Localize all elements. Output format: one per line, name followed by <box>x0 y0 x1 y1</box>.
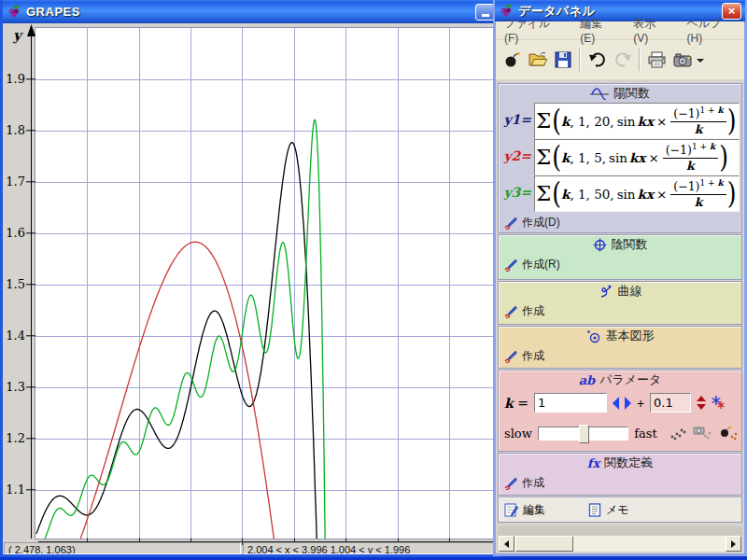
reset-animation-icon[interactable] <box>719 424 738 442</box>
create-explicit-button[interactable]: 作成(D) <box>499 212 741 233</box>
fn-arg: kx <box>638 187 654 202</box>
implicit-section-header: 陰関数 <box>499 235 741 254</box>
y-axis-label: y <box>12 27 24 44</box>
menu-edit[interactable]: 編集(E) <box>571 14 625 47</box>
animate-paws-icon[interactable] <box>669 424 687 442</box>
basic-section-title: 基本図形 <box>606 328 655 344</box>
random-asterisk-icon[interactable] <box>712 396 726 410</box>
decrease-arrow-button[interactable] <box>613 397 619 410</box>
print-icon[interactable] <box>644 48 669 73</box>
minimize-button[interactable] <box>475 4 495 21</box>
pen-icon <box>504 259 517 272</box>
capture-dropdown-arrow[interactable] <box>697 59 704 66</box>
explicit-section-header: 陽関数 <box>499 84 741 103</box>
spin-down-icon[interactable] <box>697 404 706 410</box>
menu-view[interactable]: 表示(V) <box>625 14 678 47</box>
sigma: Σ <box>536 183 551 204</box>
parameter-section: ab パラメータ k = + slow fast <box>498 370 742 452</box>
minimize-icon <box>482 14 489 17</box>
create-curve-button[interactable]: 作成 <box>499 301 741 322</box>
implicit-function-section: 陰関数 作成(R) <box>498 234 742 280</box>
y2-label: y2= <box>499 139 534 175</box>
speed-slider-thumb[interactable] <box>579 425 589 443</box>
parameter-step-input[interactable] <box>650 393 691 413</box>
fn-sin: sin <box>617 114 636 129</box>
memo-document-icon <box>588 503 601 517</box>
fx-icon: fx <box>587 456 599 470</box>
speed-slider[interactable] <box>538 427 629 441</box>
y-tick-label: 1.6 <box>6 226 25 240</box>
fn-arg: kx <box>638 114 654 129</box>
y-tick-label: 1.2 <box>6 431 25 445</box>
explicit-function-section: 陽関数 y1= Σ(k, 1, 20,sinkx×(−1)1 + kk) y2=… <box>498 83 742 233</box>
redo-icon[interactable] <box>610 48 635 73</box>
fraction: (−1)1 + kk <box>663 143 718 171</box>
sum-var: k <box>561 150 570 165</box>
toolbar-separator <box>639 49 641 71</box>
step-spinner[interactable] <box>697 396 706 410</box>
function-row-y2: y2= Σ(k, 1, 5,sinkx×(−1)1 + kk) <box>499 139 741 175</box>
sum-var: k <box>561 187 570 202</box>
capture-camera-icon[interactable] <box>669 48 695 73</box>
curve-section-header: 曲線 <box>499 282 741 301</box>
undo-icon[interactable] <box>585 48 610 73</box>
funcdef-section-header: fx 関数定義 <box>499 454 741 472</box>
y-tick-label: 1.1 <box>6 483 25 497</box>
memo-label: メモ <box>606 502 629 518</box>
horizontal-scrollbar[interactable] <box>499 536 741 552</box>
curve-section-title: 曲線 <box>618 283 642 300</box>
basic-figure-section: 基本図形 作成 <box>498 326 742 369</box>
record-animation-icon[interactable] <box>693 424 713 442</box>
sum-args: , 1, 20, <box>570 114 613 129</box>
y2-formula-box[interactable]: Σ(k, 1, 5,sinkx×(−1)1 + kk) <box>534 139 740 175</box>
parameter-name-label: k = <box>504 396 529 411</box>
function-row-y1: y1= Σ(k, 1, 20,sinkx×(−1)1 + kk) <box>499 103 741 139</box>
pen-icon <box>504 305 517 318</box>
parameter-speed-row: slow fast <box>504 424 738 442</box>
graph-canvas[interactable]: y1.91.81.71.61.51.41.31.21.1 <box>3 23 504 545</box>
parameter-value-input[interactable] <box>534 393 607 413</box>
lparen: ( <box>552 106 561 135</box>
grapes-window: GRAPES y1.91.81.71.61.51.41.31.21.1 ( 2.… <box>0 0 501 557</box>
y-tick-label: 1.4 <box>6 329 25 343</box>
y3-formula-box[interactable]: Σ(k, 1, 50,sinkx×(−1)1 + kk) <box>534 175 740 212</box>
scrollbar-thumb[interactable] <box>515 536 573 552</box>
menu-file[interactable]: ファイル(F) <box>496 14 571 47</box>
open-file-icon[interactable] <box>525 48 550 73</box>
edit-button[interactable]: 編集 <box>504 502 545 518</box>
times-sign: × <box>656 114 667 129</box>
y-axis-arrow <box>27 24 35 36</box>
create-explicit-label: 作成(D) <box>522 215 560 231</box>
toolbar-separator <box>579 49 581 71</box>
plus-label: + <box>637 396 644 411</box>
spin-up-icon[interactable] <box>697 396 706 401</box>
pen-icon <box>504 350 517 363</box>
menu-help[interactable]: ヘルプ(H) <box>679 14 744 47</box>
create-implicit-label: 作成(R) <box>522 257 560 273</box>
y1-formula-box[interactable]: Σ(k, 1, 20,sinkx×(−1)1 + kk) <box>534 103 740 139</box>
scroll-left-button[interactable] <box>499 536 514 552</box>
create-funcdef-button[interactable]: 作成 <box>499 472 741 494</box>
curve-icon <box>599 284 613 299</box>
save-icon[interactable] <box>550 48 575 73</box>
function-row-y3: y3= Σ(k, 1, 50,sinkx×(−1)1 + kk) <box>499 175 741 212</box>
y3-label: y3= <box>499 175 534 212</box>
status-cursor-coords: ( 2.478, 1.063) <box>4 542 241 554</box>
create-basic-button[interactable]: 作成 <box>499 345 741 367</box>
sum-var: k <box>561 114 570 129</box>
sigma: Σ <box>536 147 551 168</box>
y-tick-label: 1.9 <box>6 72 25 86</box>
increase-arrow-button[interactable] <box>625 397 631 410</box>
y1-label: y1= <box>499 103 534 139</box>
lparen: ( <box>552 143 561 172</box>
grapes-titlebar[interactable]: GRAPES <box>3 0 499 23</box>
parameter-value-row: k = + <box>504 393 726 413</box>
new-bomb-icon[interactable] <box>500 48 525 73</box>
edit-label: 編集 <box>523 502 545 518</box>
parameter-section-title: パラメータ <box>599 371 661 388</box>
fraction: (−1)1 + kk <box>670 106 726 134</box>
scroll-right-button[interactable] <box>726 536 741 552</box>
fn-sin: sin <box>609 150 627 165</box>
create-implicit-button[interactable]: 作成(R) <box>499 254 741 275</box>
memo-button[interactable]: メモ <box>588 502 629 518</box>
